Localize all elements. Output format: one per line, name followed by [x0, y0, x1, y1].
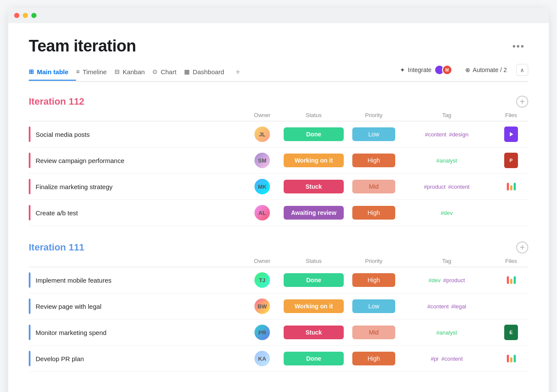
priority-cell[interactable]: High — [348, 348, 400, 369]
close-dot[interactable] — [14, 13, 19, 18]
file-icon-monday — [504, 179, 518, 194]
add-column-button-iter-111[interactable]: + — [516, 241, 528, 253]
priority-cell[interactable]: Low — [348, 296, 400, 317]
tab-kanban[interactable]: ⊟ Kanban — [115, 65, 153, 81]
status-cell[interactable]: Done — [279, 124, 348, 145]
status-badge[interactable]: Done — [284, 352, 344, 365]
table-iter-112: OwnerStatusPriorityTagFilesSocial media … — [29, 112, 528, 226]
row-name-cell-row-3: Finalize marketing strategy — [29, 174, 245, 199]
tag-legal: #legal — [451, 303, 466, 310]
status-cell[interactable]: Stuck — [279, 176, 348, 197]
status-cell[interactable]: Working on it — [279, 150, 348, 171]
table-row: Create a/b testALAwaiting reviewHigh#dev — [29, 200, 528, 226]
tab-kanban-label: Kanban — [123, 68, 145, 75]
column-header-files: Files — [494, 112, 528, 118]
tab-main-table[interactable]: ⊞ Main table — [29, 65, 76, 81]
row-accent-bar — [29, 153, 30, 168]
priority-badge[interactable]: High — [352, 154, 395, 167]
status-badge[interactable]: Working on it — [284, 299, 344, 313]
tabs-bar: ⊞ Main table ≡ Timeline ⊟ Kanban ⊙ Chart… — [29, 63, 528, 82]
status-cell[interactable]: Done — [279, 348, 348, 369]
table-row: Develop PR planKADoneHigh#pr#content — [29, 346, 528, 372]
status-cell[interactable]: Awaiting review — [279, 202, 348, 223]
status-badge[interactable]: Awaiting review — [284, 206, 344, 220]
row-name-text: Create a/b test — [36, 209, 78, 217]
status-badge[interactable]: Done — [284, 127, 344, 141]
priority-cell[interactable]: High — [348, 150, 400, 171]
tag-cell: #content#design — [400, 128, 494, 141]
status-badge[interactable]: Stuck — [284, 180, 344, 193]
column-header-priority: Priority — [348, 258, 400, 264]
row-name-text: Implement mobile features — [36, 277, 112, 284]
priority-cell[interactable]: High — [348, 202, 400, 223]
priority-cell[interactable]: Mid — [348, 176, 400, 197]
tag-content: #content — [427, 303, 449, 310]
row-name-cell-row-5: Implement mobile features — [29, 267, 245, 293]
priority-badge[interactable]: High — [352, 273, 395, 287]
row-name-text: Review page with legal — [36, 303, 101, 310]
priority-cell[interactable]: Low — [348, 124, 400, 145]
row-name-text: Develop PR plan — [36, 355, 84, 362]
iteration-header-iter-112: Iteration 112+ — [29, 96, 528, 108]
tag-pr: #pr — [431, 356, 439, 362]
avatar: KA — [254, 351, 270, 366]
tag-cell: #pr#content — [400, 352, 494, 365]
priority-badge[interactable]: Low — [352, 299, 395, 313]
automate-button[interactable]: ⊕ Automate / 2 — [462, 65, 510, 75]
maximize-dot[interactable] — [31, 13, 36, 18]
tab-dashboard[interactable]: ▦ Dashboard — [184, 65, 232, 81]
status-cell[interactable]: Working on it — [279, 296, 348, 317]
page-title: Team iteration — [29, 37, 136, 55]
tag-cell: #dev — [400, 206, 494, 220]
priority-badge[interactable]: High — [352, 206, 395, 220]
file-icon-monday — [504, 272, 518, 288]
column-header-files: Files — [494, 258, 528, 264]
column-header-owner: Owner — [245, 112, 279, 118]
status-cell[interactable]: Stuck — [279, 322, 348, 343]
collapse-button[interactable]: ∧ — [516, 64, 528, 76]
files-cell — [494, 123, 528, 145]
status-cell[interactable]: Done — [279, 270, 348, 290]
status-badge[interactable]: Done — [284, 273, 344, 287]
tag-cell: #content#legal — [400, 300, 494, 313]
files-cell — [494, 347, 528, 370]
row-name-cell-row-2: Review campaign performance — [29, 148, 245, 173]
tab-timeline[interactable]: ≡ Timeline — [76, 65, 114, 81]
priority-badge[interactable]: Mid — [352, 180, 395, 193]
table-row: Monitor marketing spendPRStuckMid#analys… — [29, 320, 528, 346]
minimize-dot[interactable] — [23, 13, 28, 18]
column-header-tag: Tag — [400, 258, 494, 264]
tab-chart-label: Chart — [160, 68, 176, 75]
priority-badge[interactable]: Low — [352, 127, 395, 141]
avatar: MK — [254, 179, 270, 194]
table-icon: ⊞ — [29, 68, 34, 75]
row-accent-bar — [29, 127, 30, 142]
owner-cell: KA — [245, 351, 279, 366]
avatar: SM — [254, 153, 270, 168]
column-header-priority: Priority — [348, 112, 400, 118]
files-cell: E — [494, 321, 528, 344]
table-header-row: OwnerStatusPriorityTagFiles — [29, 258, 528, 267]
priority-cell[interactable]: Mid — [348, 322, 400, 343]
tab-chart[interactable]: ⊙ Chart — [152, 65, 184, 81]
column-header-tag: Tag — [400, 112, 494, 118]
priority-badge[interactable]: High — [352, 352, 395, 365]
status-badge[interactable]: Working on it — [284, 154, 344, 167]
table-row: Review campaign performanceSMWorking on … — [29, 148, 528, 174]
integrate-button[interactable]: ✦ Integrate M — [397, 63, 455, 77]
column-header-owner: Owner — [245, 258, 279, 264]
add-tab-button[interactable]: + — [232, 67, 244, 77]
iteration-title-iter-111: Iteration 111 — [29, 242, 85, 253]
owner-cell: BW — [245, 299, 279, 314]
svg-marker-0 — [510, 132, 513, 136]
priority-cell[interactable]: High — [348, 270, 400, 290]
owner-cell: MK — [245, 179, 279, 194]
tag-content: #content — [448, 184, 469, 190]
files-cell — [494, 295, 528, 317]
dashboard-icon: ▦ — [184, 68, 190, 75]
add-column-button-iter-112[interactable]: + — [516, 96, 528, 108]
status-badge[interactable]: Stuck — [284, 326, 344, 339]
files-cell — [494, 175, 528, 198]
priority-badge[interactable]: Mid — [352, 326, 395, 339]
more-button[interactable]: ••• — [509, 39, 528, 54]
